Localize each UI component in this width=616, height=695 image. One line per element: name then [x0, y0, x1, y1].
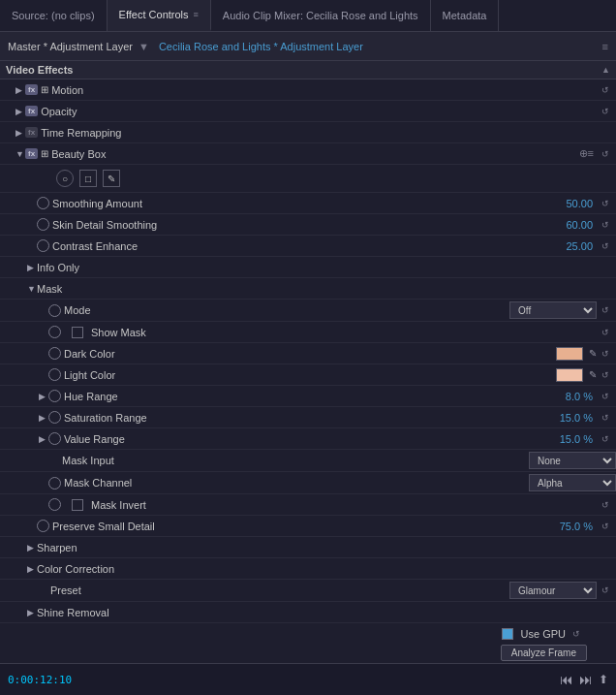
val-range-reset[interactable]: [599, 432, 612, 446]
show-mask-reset[interactable]: [599, 326, 612, 339]
info-only-expand[interactable]: [27, 263, 37, 272]
val-range-stopwatch[interactable]: [48, 432, 61, 445]
sharpen-expand[interactable]: [27, 543, 37, 553]
mask-expand[interactable]: [27, 284, 37, 294]
scroll-to-top[interactable]: ▲: [601, 65, 610, 75]
hue-range-expand[interactable]: [39, 392, 48, 401]
smoothing-stopwatch[interactable]: [37, 197, 49, 209]
contrast-row: Contrast Enhance 25.00: [0, 236, 616, 257]
color-correction-expand[interactable]: [27, 564, 37, 574]
hue-range-value[interactable]: 8.0 %: [566, 391, 593, 402]
contrast-reset[interactable]: [599, 239, 612, 253]
use-gpu-checkbox[interactable]: [502, 628, 513, 640]
val-range-value[interactable]: 15.0 %: [560, 433, 593, 445]
preset-select[interactable]: Glamour Natural Soft: [509, 582, 597, 599]
preserve-detail-row: Preserve Small Detail 75.0 %: [0, 516, 616, 537]
color-correction-label: Color Correction: [37, 563, 616, 575]
val-range-label: Value Range: [64, 433, 560, 445]
beauty-box-icon: ⊞: [41, 148, 48, 159]
skin-detail-reset[interactable]: [599, 218, 612, 232]
pen-tool[interactable]: ✎: [103, 170, 120, 187]
motion-reset[interactable]: [599, 83, 612, 97]
hue-range-label: Hue Range: [64, 391, 566, 402]
tab-source[interactable]: Source: (no clips): [0, 0, 108, 31]
smoothing-value[interactable]: 50.00: [566, 198, 593, 209]
dark-color-label: Dark Color: [64, 348, 556, 360]
sat-range-reset[interactable]: [599, 411, 612, 425]
mask-channel-select[interactable]: Alpha Red Green Blue: [529, 474, 616, 491]
skin-detail-value[interactable]: 60.00: [566, 219, 593, 231]
master-link[interactable]: Cecilia Rose and Lights * Adjustment Lay…: [159, 41, 363, 52]
add-mask-btn[interactable]: ⊕≡: [579, 147, 594, 160]
master-dropdown-arrow[interactable]: ▼: [139, 41, 149, 52]
tab-bar: Source: (no clips) Effect Controls ≡ Aud…: [0, 0, 616, 32]
motion-expand[interactable]: [15, 85, 25, 95]
hue-range-reset[interactable]: [599, 390, 612, 403]
motion-row: fx ⊞ Motion: [0, 79, 616, 101]
shine-removal-row: Shine Removal: [0, 602, 616, 623]
show-mask-stopwatch[interactable]: [48, 326, 61, 338]
light-color-swatch[interactable]: [556, 368, 583, 382]
sat-range-row: Saturation Range 15.0 %: [0, 407, 616, 428]
analyze-frame-button[interactable]: Analyze Frame: [501, 645, 587, 661]
rectangle-tool[interactable]: □: [79, 170, 97, 187]
opacity-label: Opacity: [41, 106, 599, 117]
opacity-fx-badge: fx: [25, 106, 38, 116]
shine-removal-expand[interactable]: [27, 608, 37, 617]
hue-range-stopwatch[interactable]: [48, 390, 61, 402]
hue-range-row: Hue Range 8.0 %: [0, 386, 616, 407]
preset-row: Preset Glamour Natural Soft: [0, 580, 616, 602]
mask-label: Mask: [37, 283, 616, 295]
sat-range-value[interactable]: 15.0 %: [560, 412, 593, 424]
skin-detail-label: Skin Detail Smoothing: [52, 219, 566, 231]
light-color-eyedropper[interactable]: ✎: [589, 369, 597, 380]
tab-effect-controls[interactable]: Effect Controls ≡: [108, 0, 211, 31]
sat-range-stopwatch[interactable]: [48, 411, 61, 424]
show-mask-checkbox[interactable]: [72, 327, 83, 338]
tab-metadata[interactable]: Metadata: [431, 0, 500, 31]
mask-input-select[interactable]: None Alpha Luma: [529, 452, 616, 469]
mode-reset[interactable]: [599, 303, 612, 317]
info-only-label: Info Only: [37, 262, 616, 273]
light-color-reset[interactable]: [599, 368, 612, 382]
time-remap-expand[interactable]: [15, 128, 25, 138]
contrast-value[interactable]: 25.00: [566, 240, 593, 252]
dark-color-stopwatch[interactable]: [48, 347, 61, 360]
skin-detail-stopwatch[interactable]: [37, 218, 49, 231]
mode-row: Mode Off Add Subtract: [0, 300, 616, 322]
master-settings-icon[interactable]: ≡: [602, 41, 608, 52]
dark-color-eyedropper[interactable]: ✎: [589, 348, 597, 359]
val-range-row: Value Range 15.0 %: [0, 428, 616, 450]
preserve-detail-value[interactable]: 75.0 %: [560, 521, 593, 532]
dark-color-swatch[interactable]: [556, 347, 583, 361]
opacity-row: fx Opacity: [0, 101, 616, 122]
mask-invert-row: Mask Invert: [0, 494, 616, 516]
light-color-stopwatch[interactable]: [48, 368, 61, 381]
tab-audio-clip-mixer[interactable]: Audio Clip Mixer: Cecilia Rose and Light…: [211, 0, 431, 31]
mode-stopwatch[interactable]: [48, 304, 61, 317]
preserve-detail-reset[interactable]: [599, 520, 612, 533]
mask-invert-reset[interactable]: [599, 498, 612, 512]
preset-reset[interactable]: [599, 584, 612, 597]
motion-icon: ⊞: [41, 84, 48, 95]
opacity-expand[interactable]: [15, 107, 25, 116]
opacity-reset[interactable]: [599, 105, 612, 118]
val-range-expand[interactable]: [39, 434, 48, 444]
contrast-stopwatch[interactable]: [37, 239, 49, 252]
dark-color-reset[interactable]: [599, 347, 612, 361]
beauty-box-reset[interactable]: [599, 147, 612, 161]
preserve-detail-stopwatch[interactable]: [37, 520, 49, 532]
mode-select[interactable]: Off Add Subtract: [509, 301, 597, 319]
mask-invert-checkbox[interactable]: [72, 499, 83, 511]
gpu-reset[interactable]: [570, 627, 583, 641]
next-frame-btn[interactable]: ⏭: [579, 672, 593, 687]
export-btn[interactable]: ⬆: [599, 673, 608, 686]
prev-frame-btn[interactable]: ⏮: [560, 672, 573, 687]
beauty-box-expand[interactable]: [15, 149, 25, 159]
smoothing-reset[interactable]: [599, 197, 612, 210]
sat-range-expand[interactable]: [39, 413, 48, 423]
mask-invert-stopwatch[interactable]: [48, 498, 61, 511]
mask-channel-stopwatch[interactable]: [48, 477, 61, 490]
ellipse-tool[interactable]: ○: [56, 170, 74, 187]
beauty-box-icons-row: ○ □ ✎: [0, 165, 616, 193]
